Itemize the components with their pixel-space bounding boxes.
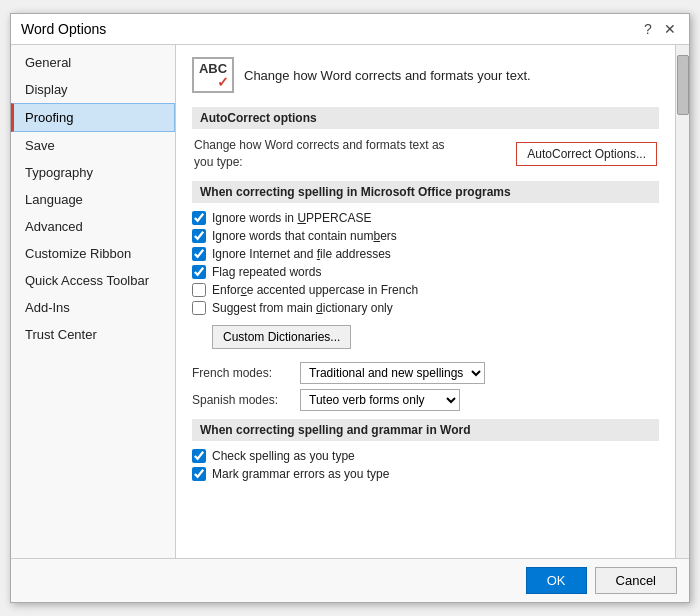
title-bar-controls: ? ✕ (639, 20, 679, 38)
scrollbar-thumb[interactable] (677, 55, 689, 115)
checkbox-numbers-input[interactable] (192, 229, 206, 243)
sidebar-item-language[interactable]: Language (11, 186, 175, 213)
sidebar-item-display[interactable]: Display (11, 76, 175, 103)
ok-button[interactable]: OK (526, 567, 587, 594)
checkbox-internet-input[interactable] (192, 247, 206, 261)
checkbox-uppercase: Ignore words in UPPERCASE (192, 211, 659, 225)
main-content: ABC Change how Word corrects and formats… (176, 45, 675, 558)
cancel-button[interactable]: Cancel (595, 567, 677, 594)
autocorrect-row: Change how Word corrects and formats tex… (192, 137, 659, 171)
sidebar-item-advanced[interactable]: Advanced (11, 213, 175, 240)
spelling-section-header: When correcting spelling in Microsoft Of… (192, 181, 659, 203)
checkbox-french-input[interactable] (192, 283, 206, 297)
sidebar-item-general[interactable]: General (11, 49, 175, 76)
autocorrect-section-header: AutoCorrect options (192, 107, 659, 129)
checkbox-repeated-input[interactable] (192, 265, 206, 279)
checkbox-mark-grammar: Mark grammar errors as you type (192, 467, 659, 481)
sidebar-item-add-ins[interactable]: Add-Ins (11, 294, 175, 321)
checkbox-french-label: Enforce accented uppercase in French (212, 283, 418, 297)
checkbox-main-dict-label: Suggest from main dictionary only (212, 301, 393, 315)
checkbox-mark-grammar-label: Mark grammar errors as you type (212, 467, 389, 481)
checkbox-internet: Ignore Internet and file addresses (192, 247, 659, 261)
scrollbar[interactable] (675, 45, 689, 558)
sidebar-item-customize-ribbon[interactable]: Customize Ribbon (11, 240, 175, 267)
french-modes-label: French modes: (192, 366, 292, 380)
checkbox-french: Enforce accented uppercase in French (192, 283, 659, 297)
checkbox-main-dict: Suggest from main dictionary only (192, 301, 659, 315)
checkbox-check-spelling-label: Check spelling as you type (212, 449, 355, 463)
custom-dictionaries-button[interactable]: Custom Dictionaries... (212, 325, 351, 349)
header-row: ABC Change how Word corrects and formats… (192, 57, 659, 93)
help-button[interactable]: ? (639, 20, 657, 38)
title-bar: Word Options ? ✕ (11, 14, 689, 45)
spanish-modes-label: Spanish modes: (192, 393, 292, 407)
spanish-modes-select[interactable]: Tuteo verb forms only (300, 389, 460, 411)
word-options-dialog: Word Options ? ✕ General Display Proofin… (10, 13, 690, 603)
grammar-section-header: When correcting spelling and grammar in … (192, 419, 659, 441)
dialog-footer: OK Cancel (11, 558, 689, 602)
autocorrect-options-button[interactable]: AutoCorrect Options... (516, 142, 657, 166)
sidebar-item-trust-center[interactable]: Trust Center (11, 321, 175, 348)
checkbox-numbers: Ignore words that contain numbers (192, 229, 659, 243)
sidebar: General Display Proofing Save Typography… (11, 45, 176, 558)
dialog-title: Word Options (21, 21, 106, 37)
sidebar-item-proofing[interactable]: Proofing (11, 103, 175, 132)
sidebar-item-save[interactable]: Save (11, 132, 175, 159)
checkbox-uppercase-label: Ignore words in UPPERCASE (212, 211, 371, 225)
sidebar-item-quick-access[interactable]: Quick Access Toolbar (11, 267, 175, 294)
spanish-modes-row: Spanish modes: Tuteo verb forms only (192, 389, 659, 411)
dialog-body: General Display Proofing Save Typography… (11, 45, 689, 558)
checkbox-check-spelling-input[interactable] (192, 449, 206, 463)
french-modes-select[interactable]: Traditional and new spellings (300, 362, 485, 384)
checkbox-mark-grammar-input[interactable] (192, 467, 206, 481)
checkbox-numbers-label: Ignore words that contain numbers (212, 229, 397, 243)
close-button[interactable]: ✕ (661, 20, 679, 38)
checkbox-check-spelling: Check spelling as you type (192, 449, 659, 463)
checkbox-repeated: Flag repeated words (192, 265, 659, 279)
checkbox-uppercase-input[interactable] (192, 211, 206, 225)
checkbox-main-dict-input[interactable] (192, 301, 206, 315)
autocorrect-description: Change how Word corrects and formats tex… (194, 137, 454, 171)
abc-icon: ABC (192, 57, 234, 93)
sidebar-item-typography[interactable]: Typography (11, 159, 175, 186)
header-text: Change how Word corrects and formats you… (244, 68, 531, 83)
checkbox-internet-label: Ignore Internet and file addresses (212, 247, 391, 261)
french-modes-row: French modes: Traditional and new spelli… (192, 362, 659, 384)
checkbox-repeated-label: Flag repeated words (212, 265, 321, 279)
